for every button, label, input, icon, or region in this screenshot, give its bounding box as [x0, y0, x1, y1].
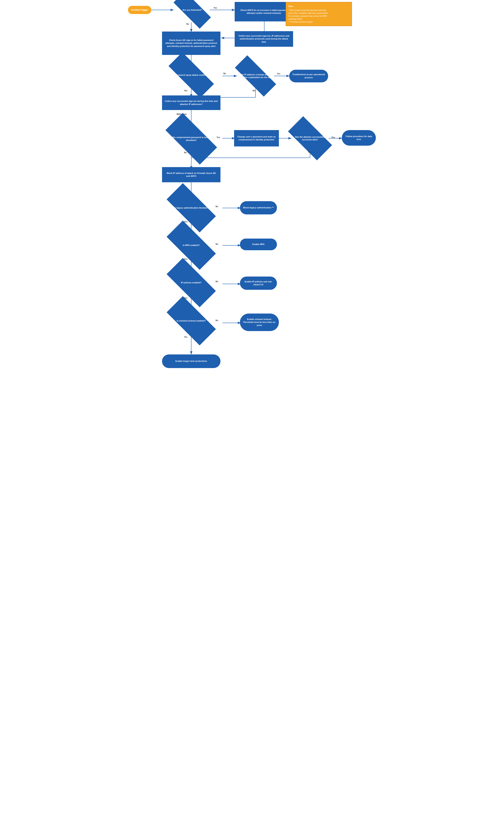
extranet-diamond: Is extranet lockout enabled?: [168, 309, 215, 332]
no-label-ip-policies: No: [216, 280, 218, 283]
federated-label: Are you federated?: [181, 9, 204, 11]
collect-attacker-box: Collect any successful sign-ins during t…: [162, 95, 220, 110]
enable-ip-oval: Enable IP policies and risk-based CA: [240, 277, 277, 290]
change-password-box: Change user's password and mark as compr…: [234, 130, 279, 146]
ip-known-label: Is the IP address a known address or ano…: [235, 73, 276, 79]
follow-procedure-oval: Follow procedure for data loss: [342, 130, 376, 146]
mfa-diamond: Is MFA enabled?: [168, 234, 215, 257]
note-box: Note * Must locate successful password a…: [286, 2, 352, 26]
check-azure-box: Check Azure AD sign-in for failed passwo…: [162, 32, 220, 55]
change-password-label: Change user's password and mark as compr…: [237, 135, 276, 141]
enable-mfa-label: Enable MFA: [252, 243, 264, 246]
troubleshoot-label: Troubleshoot as per operational process: [292, 73, 325, 79]
yes-label-spray: Yes: [184, 90, 187, 92]
enable-longer-oval: Enable longer term protections: [162, 354, 220, 368]
compromised-label: Is the compromised password or account i…: [167, 136, 216, 142]
no-label-attacker: No: [308, 151, 311, 153]
block-legacy-oval: Block legacy authentication **: [240, 201, 277, 214]
enable-mfa-oval: Enable MFA: [240, 239, 277, 250]
trigger-oval: Incident trigger: [128, 6, 151, 14]
no-label-compromised: No: [184, 152, 187, 154]
enable-extranet-oval: Enable extranet lockout. Threshold must …: [240, 314, 279, 331]
no-label-federated: No: [186, 23, 189, 25]
legacy-label: Is legacy authentication blocked?: [172, 206, 210, 209]
password-spray-diamond: Is password spray attack confimed?: [169, 65, 214, 85]
check-adfs-label: Check ADFS for an increase in failed pas…: [237, 9, 290, 15]
note-title: Note: [288, 5, 349, 8]
enable-longer-label: Enable longer term protections: [175, 360, 207, 363]
flowchart-canvas: Incident trigger Are you federated? Yes …: [126, 0, 378, 407]
legacy-diamond: Is legacy authentication blocked?: [168, 196, 215, 219]
compromised-diamond: Is the compromised password or account i…: [167, 127, 216, 151]
ip-known-diamond: Is the IP address a known address or ano…: [235, 67, 276, 85]
check-adfs-box: Check ADFS for an increase in failed pas…: [235, 2, 293, 21]
yes-label-extranet: Yes: [184, 336, 187, 338]
trigger-label: Incident trigger: [131, 8, 148, 12]
block-legacy-label: Block legacy authentication **: [243, 206, 274, 209]
enable-ip-label: Enable IP policies and risk-based CA: [243, 280, 274, 286]
yes-label-federated: Yes: [214, 7, 217, 9]
federated-diamond: Are you federated?: [174, 2, 211, 18]
enable-extranet-label: Enable extranet lockout. Threshold must …: [243, 318, 276, 327]
collect-signins-box: Collect any successful sign-ins, IP addr…: [235, 31, 293, 47]
attacker-data-label: Has the attacker successfully accessed d…: [290, 136, 330, 141]
note-content: * Must locate successful password attemp…: [288, 9, 349, 23]
yes-label-attacker: Yes: [331, 136, 335, 138]
yes-label-ip: Yes: [277, 73, 280, 75]
password-spray-label: Is password spray attack confimed?: [171, 74, 212, 76]
no-label-legacy: No: [216, 205, 218, 208]
block-ip-label: Block IP address of attack on Firewall, …: [165, 172, 218, 178]
troubleshoot-oval: Troubleshoot as per operational process: [289, 70, 328, 82]
federated-diamond-bg: [174, 0, 211, 29]
no-label-extranet: No: [216, 319, 218, 322]
check-azure-label: Check Azure AD sign-in for failed passwo…: [165, 39, 218, 48]
ip-policies-diamond: IP policies enabled?: [168, 271, 215, 294]
no-label-mfa: No: [216, 243, 218, 245]
follow-procedure-label: Follow procedure for data loss: [345, 135, 373, 141]
collect-attacker-label: Collect any successful sign-ins during t…: [165, 100, 218, 106]
extranet-label: Is extranet lockout enabled?: [175, 319, 208, 322]
ip-policies-label: IP policies enabled?: [179, 281, 204, 284]
mfa-label: Is MFA enabled?: [181, 244, 202, 247]
attacker-data-diamond: Has the attacker successfully accessed d…: [290, 128, 330, 149]
no-label-ip: No: [253, 90, 255, 92]
no-label-spray: No: [223, 72, 226, 75]
collect-signins-label: Collect any successful sign-ins, IP addr…: [237, 34, 290, 43]
block-ip-box: Block IP address of attack on Firewall, …: [162, 167, 220, 182]
yes-label-compromised: Yes: [217, 136, 220, 138]
